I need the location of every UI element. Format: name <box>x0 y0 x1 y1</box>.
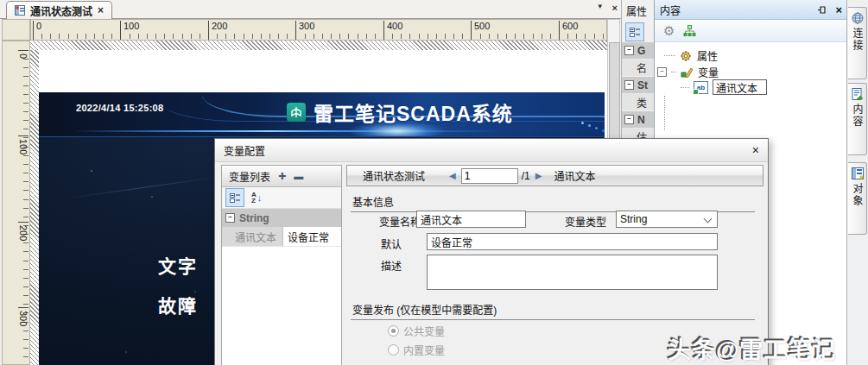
description-textarea[interactable] <box>427 255 718 290</box>
object-window-icon <box>852 167 864 179</box>
variable-name-label: 变量名称 <box>379 214 421 229</box>
radio-internal-variable[interactable]: 内置变量 <box>388 343 445 357</box>
variable-group-icon <box>681 66 694 79</box>
screen-text-line2: 故障 <box>158 292 198 318</box>
collapse-icon[interactable]: − <box>657 67 667 77</box>
decor-dots <box>581 122 584 124</box>
tabbar-close-icon[interactable]: × <box>612 3 618 13</box>
content-panel-close-icon[interactable]: × <box>835 3 842 16</box>
variable-type-label: 变量类型 <box>565 214 606 229</box>
scada-header-band: 2022/4/14 15:25:08 雷工笔记SCADA系统 <box>39 92 605 137</box>
tab-list-dropdown-icon[interactable]: ▼ <box>597 3 604 13</box>
variable-list-row[interactable]: 通讯文本 设备正常 <box>222 227 341 247</box>
settings-gear-icon[interactable]: ⚙ <box>663 24 675 37</box>
out-of-page-hatch <box>30 41 607 50</box>
pin-icon[interactable] <box>817 5 827 15</box>
publish-section-title: 变量发布 (仅在模型中需要配置) <box>351 301 755 320</box>
v-ruler-label: 300 <box>18 307 29 326</box>
radio-public-variable[interactable]: 公共变量 <box>388 324 445 338</box>
collapse-icon[interactable]: − <box>624 115 634 124</box>
variable-type-select[interactable]: String <box>616 211 718 228</box>
v-ruler-label: 100 <box>18 135 29 154</box>
dock-tab-strip: 连接 内容 对象 <box>846 0 868 365</box>
properties-panel-title: 属性 <box>622 0 655 18</box>
categorize-view-button[interactable] <box>225 188 244 207</box>
tree-node-variables[interactable]: − 变量 <box>657 65 719 79</box>
h-ruler-label: 100 <box>120 21 139 40</box>
tab-label: 通讯状态测试 <box>30 3 92 18</box>
categorize-icon <box>230 192 241 204</box>
scada-logo-icon <box>287 103 306 122</box>
dock-tab-object[interactable]: 对象 <box>848 162 867 235</box>
variable-list-panel: 变量列表 ✚ ▬ AZ <box>221 165 342 365</box>
page-number-input[interactable] <box>461 168 518 184</box>
property-group-row[interactable]: − St <box>622 77 655 94</box>
variable-name-input[interactable] <box>416 211 526 228</box>
collapse-icon[interactable]: − <box>225 213 235 223</box>
next-variable-icon[interactable]: ▶ <box>535 171 542 180</box>
string-variable-icon: ab <box>694 81 708 94</box>
dialog-close-icon[interactable]: × <box>752 144 759 156</box>
h-ruler-label: 0 <box>33 21 41 40</box>
vertical-ruler: 0 100 200 300 <box>2 41 30 365</box>
variable-group-string[interactable]: − String <box>222 209 341 227</box>
property-group-row[interactable]: − G <box>622 42 655 60</box>
h-ruler-label: 200 <box>208 21 227 40</box>
collapse-icon[interactable]: − <box>624 46 634 55</box>
horizontal-ruler: 0 100 200 300 400 500 600 <box>30 19 607 41</box>
variable-list-title: 变量列表 <box>229 169 270 184</box>
v-ruler-label: 200 <box>18 222 29 241</box>
form-icon <box>15 5 25 16</box>
add-variable-icon[interactable]: ✚ <box>278 171 286 182</box>
tree-node-properties[interactable]: 属性 <box>664 48 718 63</box>
categorize-view-button[interactable] <box>625 22 644 41</box>
h-ruler-label: 600 <box>559 21 578 40</box>
screen-timestamp: 2022/4/14 15:25:08 <box>76 103 163 113</box>
screen-text-line1: 文字 <box>158 252 198 278</box>
property-group-row[interactable]: − N <box>622 111 655 129</box>
content-doc-icon <box>852 88 863 100</box>
gear-pencil-icon <box>680 49 693 62</box>
radio-unselected-icon <box>388 344 399 356</box>
variable-name-cell: 通讯文本 <box>222 227 282 246</box>
sort-az-icon[interactable]: AZ ↓ <box>251 192 262 204</box>
prev-variable-icon[interactable]: ◀ <box>449 171 456 180</box>
nav-screen-name: 通讯状态测试 <box>363 168 425 183</box>
remove-variable-icon[interactable]: ▬ <box>294 171 303 181</box>
nav-variable-name: 通讯文本 <box>554 168 595 183</box>
default-value-input[interactable] <box>427 233 718 250</box>
document-tabbar: 通讯状态测试 × ▼ × <box>0 0 621 19</box>
variable-rename-input[interactable]: 通讯文本 <box>713 79 767 95</box>
sitemap-icon[interactable] <box>683 25 696 37</box>
collapse-icon[interactable]: − <box>624 80 634 90</box>
default-value-label: 默认 <box>381 236 402 251</box>
variable-value-cell: 设备正常 <box>282 227 341 246</box>
categorize-icon <box>630 27 641 38</box>
dock-tab-content[interactable]: 内容 <box>848 83 867 155</box>
tab-close-icon[interactable]: × <box>98 6 104 15</box>
description-label: 描述 <box>381 258 402 273</box>
radio-selected-icon <box>388 325 399 337</box>
chevron-down-icon <box>704 215 713 223</box>
v-ruler-label: 0 <box>18 50 29 59</box>
background-dots <box>91 170 92 172</box>
page-total-label: /1 <box>522 170 530 182</box>
dock-tab-connect[interactable]: 连接 <box>848 7 867 79</box>
property-row[interactable]: 类 <box>622 94 655 111</box>
app-window: 通讯状态测试 × ▼ × 0 100 200 300 400 500 600 0… <box>0 0 868 365</box>
out-of-page-hatch <box>30 41 39 365</box>
globe-icon <box>852 12 864 24</box>
h-ruler-label: 500 <box>471 21 490 40</box>
basic-info-section-title: 基本信息 <box>351 193 755 212</box>
h-ruler-label: 300 <box>295 21 314 40</box>
property-row[interactable]: 名 <box>622 60 655 77</box>
dialog-title: 变量配置 <box>224 143 265 158</box>
ruler-corner <box>2 19 30 41</box>
watermark-text: 头条@雷工笔记 <box>668 331 836 365</box>
content-panel-title: 内容 <box>660 3 681 17</box>
variable-navigator: 通讯状态测试 ◀ /1 ▶ 通讯文本 <box>346 165 763 186</box>
h-ruler-label: 400 <box>383 21 402 40</box>
tree-node-variable-item[interactable]: ab 通讯文本 <box>681 79 767 95</box>
tab-comm-status-test[interactable]: 通讯状态测试 × <box>6 1 112 19</box>
scada-system-title: 雷工笔记SCADA系统 <box>314 98 513 127</box>
